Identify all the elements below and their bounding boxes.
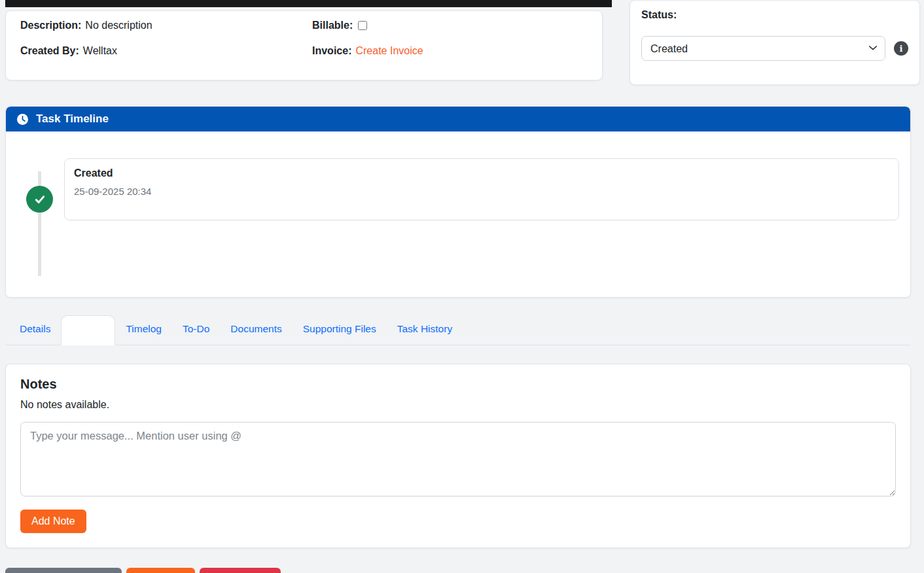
tab-task-history[interactable]: Task History bbox=[387, 315, 463, 345]
task-detail-page: Description: No description Billable: Cr… bbox=[0, 0, 924, 573]
clock-icon bbox=[17, 114, 28, 125]
created-by-label: Created By: bbox=[20, 45, 79, 57]
timeline-body: Created 25-09-2025 20:34 bbox=[6, 158, 910, 297]
created-by-value: Welltax bbox=[83, 45, 117, 57]
add-note-button[interactable]: Add Note bbox=[20, 510, 86, 533]
invoice-field: Invoice: Create Invoice bbox=[312, 45, 588, 57]
status-controls: Created i bbox=[641, 36, 908, 61]
status-label: Status: bbox=[641, 9, 908, 21]
delete-task-button[interactable]: Delete Task bbox=[200, 568, 281, 573]
tab-bar: Details Timelog To-Do Documents Supporti… bbox=[5, 315, 911, 345]
status-card: Status: Created i bbox=[630, 0, 920, 85]
tab-documents[interactable]: Documents bbox=[220, 315, 292, 345]
create-invoice-link[interactable]: Create Invoice bbox=[355, 45, 423, 57]
notes-card: Notes No notes available. Add Note bbox=[5, 364, 911, 548]
billable-field: Billable: bbox=[312, 20, 588, 31]
invoice-label: Invoice: bbox=[312, 45, 351, 57]
cut-off-dark-bar bbox=[5, 0, 612, 7]
tab-todo[interactable]: To-Do bbox=[172, 315, 220, 345]
tab-supporting-files[interactable]: Supporting Files bbox=[293, 315, 387, 345]
created-by-field: Created By: Welltax bbox=[20, 45, 312, 57]
overview-column: Description: No description Billable: Cr… bbox=[5, 0, 612, 80]
timeline-event-timestamp: 25-09-2025 20:34 bbox=[74, 186, 889, 197]
footer-actions: Back to Dashboard Edit Task Delete Task bbox=[5, 568, 911, 573]
timeline-event-title: Created bbox=[74, 167, 889, 179]
info-icon[interactable]: i bbox=[894, 41, 908, 56]
timeline-event: Created 25-09-2025 20:34 bbox=[64, 158, 899, 220]
edit-task-button[interactable]: Edit Task bbox=[126, 568, 195, 573]
tab-details[interactable]: Details bbox=[9, 315, 61, 345]
timeline-header: Task Timeline bbox=[6, 107, 910, 131]
timeline-title: Task Timeline bbox=[36, 113, 109, 126]
task-overview-card: Description: No description Billable: Cr… bbox=[5, 10, 603, 80]
description-value: No description bbox=[85, 20, 152, 31]
check-icon bbox=[26, 186, 53, 213]
task-timeline-card: Task Timeline Created 25-09-2025 20:34 bbox=[5, 106, 911, 298]
description-label: Description: bbox=[20, 20, 81, 31]
note-message-input[interactable] bbox=[20, 422, 896, 496]
description-field: Description: No description bbox=[20, 20, 312, 31]
status-select[interactable]: Created bbox=[641, 36, 885, 61]
billable-checkbox[interactable] bbox=[358, 21, 367, 30]
notes-empty-message: No notes available. bbox=[20, 399, 896, 411]
tab-timelog[interactable]: Timelog bbox=[115, 315, 172, 345]
status-select-wrap: Created bbox=[641, 36, 885, 61]
notes-title: Notes bbox=[20, 377, 896, 392]
back-to-dashboard-button[interactable]: Back to Dashboard bbox=[5, 568, 122, 573]
top-row: Description: No description Billable: Cr… bbox=[5, 0, 911, 85]
tab-notes-active[interactable] bbox=[61, 315, 115, 345]
billable-label: Billable: bbox=[312, 20, 353, 31]
